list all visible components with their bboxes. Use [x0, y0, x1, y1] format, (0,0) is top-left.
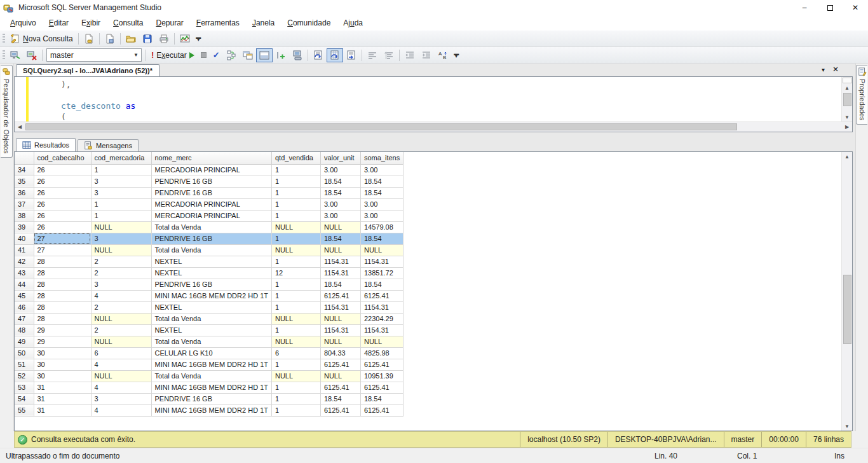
grid-cell[interactable]: 1154.31 [360, 301, 403, 313]
grid-cell[interactable]: 1 [271, 233, 320, 244]
row-header[interactable]: 41 [15, 244, 34, 256]
editor-hscroll-thumb[interactable] [25, 123, 737, 130]
grid-cell[interactable]: 1 [271, 176, 320, 187]
grid-cell[interactable]: NULL [360, 244, 403, 256]
grid-cell[interactable]: 26 [34, 210, 91, 221]
grid-cell[interactable]: 1 [271, 393, 320, 404]
grid-cell[interactable]: 6125.41 [360, 359, 403, 370]
query-editor[interactable]: ), cte_desconto as ( ▲ ▼ [15, 77, 852, 121]
grid-cell[interactable]: MINI MAC 16GB MEM DDR2 HD 1T [151, 359, 271, 370]
column-header-nome_merc[interactable]: nome_merc [151, 152, 271, 164]
grid-cell[interactable]: 3 [91, 279, 151, 290]
grid-cell[interactable]: Total da Venda [151, 244, 271, 256]
grid-cell[interactable]: 3 [91, 176, 151, 187]
grid-cell[interactable]: 1 [271, 290, 320, 301]
grid-cell[interactable]: 4 [91, 290, 151, 301]
grid-cell[interactable]: 1 [91, 198, 151, 210]
grid-cell[interactable]: 6125.41 [320, 359, 360, 370]
grid-cell[interactable]: 2 [91, 267, 151, 279]
grid-cell[interactable]: 3.00 [360, 164, 403, 176]
decrease-indent-button[interactable] [402, 48, 418, 62]
grid-cell[interactable]: 4 [91, 404, 151, 416]
grid-cell[interactable]: 1 [91, 164, 151, 176]
grid-cell[interactable]: 30 [34, 347, 91, 359]
grid-cell[interactable]: NULL [360, 336, 403, 347]
execute-button[interactable]: ! Executar [148, 48, 198, 62]
grid-cell[interactable]: 4825.98 [360, 347, 403, 359]
grid-cell[interactable]: 1154.31 [360, 324, 403, 336]
grid-cell[interactable]: 18.54 [360, 233, 403, 244]
editor-vertical-scrollbar[interactable]: ▲ ▼ [841, 77, 852, 121]
combobox-dropdown-icon[interactable]: ▼ [131, 49, 141, 61]
grid-cell[interactable]: 18.54 [360, 176, 403, 187]
scroll-down-icon[interactable]: ▼ [842, 113, 852, 121]
grid-cell[interactable]: 26 [34, 187, 91, 198]
grid-cell[interactable]: 2 [91, 324, 151, 336]
grid-cell[interactable]: 31 [34, 404, 91, 416]
grid-cell[interactable]: 26 [34, 198, 91, 210]
scroll-up-icon[interactable]: ▲ [842, 152, 852, 161]
row-header[interactable]: 52 [15, 370, 34, 382]
object-explorer-tab[interactable]: Pesquisador de Objetos [1, 65, 13, 158]
grid-cell[interactable]: NEXTEL [151, 267, 271, 279]
row-header[interactable]: 35 [15, 176, 34, 187]
row-header[interactable]: 42 [15, 256, 34, 267]
grid-cell[interactable]: MINI MAC 16GB MEM DDR2 HD 1T [151, 290, 271, 301]
grid-cell[interactable]: 1 [271, 359, 320, 370]
database-combobox[interactable]: master ▼ [46, 48, 142, 62]
scroll-up-icon[interactable]: ▲ [842, 83, 852, 92]
close-button[interactable]: ✕ [843, 0, 868, 15]
scroll-left-icon[interactable]: ◀ [15, 124, 25, 130]
grid-cell[interactable]: 28 [34, 313, 91, 324]
grid-cell[interactable]: NULL [271, 336, 320, 347]
editor-splitter-handle[interactable] [843, 78, 852, 83]
grid-cell[interactable]: 18.54 [360, 279, 403, 290]
menu-item-ajuda[interactable]: Ajuda [337, 16, 369, 30]
grid-cell[interactable]: 1 [271, 256, 320, 267]
menu-item-janela[interactable]: Janela [246, 16, 281, 30]
grid-cell[interactable]: NULL [91, 244, 151, 256]
grid-cell[interactable]: 1154.31 [320, 324, 360, 336]
grid-cell[interactable]: PENDRIVE 16 GB [151, 393, 271, 404]
active-files-dropdown-icon[interactable]: ▾ [822, 66, 825, 73]
menu-item-arquivo[interactable]: Arquivo [4, 16, 43, 30]
grid-cell[interactable]: 18.54 [320, 187, 360, 198]
grid-cell[interactable]: NULL [91, 221, 151, 233]
grid-cell[interactable]: MERCADORIA PRINCIPAL [151, 210, 271, 221]
grid-cell[interactable]: 26 [34, 221, 91, 233]
grid-cell[interactable]: 10951.39 [360, 370, 403, 382]
grid-cell[interactable]: 1 [271, 210, 320, 221]
grid-cell[interactable]: 1154.31 [320, 301, 360, 313]
results-vscroll-thumb[interactable] [843, 275, 851, 345]
comment-button[interactable] [364, 48, 381, 62]
grid-cell[interactable]: 1 [271, 404, 320, 416]
grid-cell[interactable]: 804.33 [320, 347, 360, 359]
grid-cell[interactable]: NULL [91, 313, 151, 324]
show-results-pane-button[interactable] [256, 48, 273, 62]
grid-cell[interactable]: NULL [271, 244, 320, 256]
grid-cell[interactable]: 14579.08 [360, 221, 403, 233]
grid-cell[interactable]: Total da Venda [151, 313, 271, 324]
grid-cell[interactable]: CELULAR LG K10 [151, 347, 271, 359]
grid-cell[interactable]: 31 [34, 382, 91, 393]
parse-button[interactable]: ✓ [210, 48, 223, 62]
grid-cell[interactable]: 29 [34, 324, 91, 336]
grid-cell[interactable]: 1 [271, 324, 320, 336]
grid-cell[interactable]: 1 [271, 301, 320, 313]
grid-cell[interactable]: 12 [271, 267, 320, 279]
grid-cell[interactable]: 6125.41 [360, 382, 403, 393]
editor-vscroll-thumb[interactable] [843, 93, 851, 106]
print-button[interactable] [156, 32, 172, 46]
grid-cell[interactable]: PENDRIVE 16 GB [151, 187, 271, 198]
grid-cell[interactable]: Total da Venda [151, 221, 271, 233]
grid-cell[interactable]: 6 [271, 347, 320, 359]
grid-cell[interactable]: MINI MAC 16GB MEM DDR2 HD 1T [151, 382, 271, 393]
grid-cell[interactable]: 26 [34, 164, 91, 176]
grid-cell[interactable]: 1 [271, 187, 320, 198]
grid-cell[interactable]: 1154.31 [320, 256, 360, 267]
toolbar-grip[interactable] [3, 34, 5, 44]
grid-cell[interactable]: NULL [91, 370, 151, 382]
code-text[interactable]: ), cte_desconto as ( [29, 77, 841, 121]
grid-cell[interactable]: 1154.31 [320, 267, 360, 279]
grid-cell[interactable]: 3 [91, 187, 151, 198]
